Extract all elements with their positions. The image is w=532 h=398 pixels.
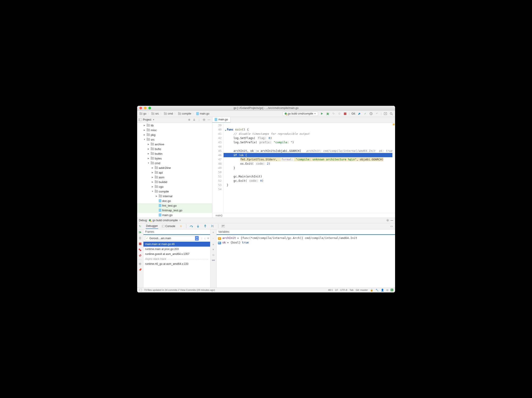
tree-node[interactable]: ▶cgo — [137, 184, 212, 189]
tree-node[interactable]: ▶api — [137, 170, 212, 175]
mute-breakpoints-button[interactable] — [138, 254, 142, 257]
linenum[interactable]: 48 — [212, 161, 222, 166]
tree-expand-icon[interactable]: ▼ — [143, 138, 146, 141]
code-line[interactable]: os.Exit( code: 2) — [227, 161, 392, 166]
tree-expand-icon[interactable]: ▶ — [143, 124, 146, 127]
gear-icon[interactable] — [386, 219, 389, 222]
code-line[interactable]: func main() { — [227, 127, 392, 132]
linenum[interactable]: 49 — [212, 166, 222, 170]
move-down-icon[interactable]: ▼ — [212, 248, 215, 251]
expand-all-icon[interactable]: ⇊ — [192, 118, 196, 122]
breadcrumb-item[interactable]: src — [151, 112, 159, 116]
titlebar[interactable]: go [~/GolandProjects/go] - .../src/cmd/c… — [137, 106, 395, 111]
run-button[interactable] — [320, 112, 324, 116]
evaluate-expression-button[interactable] — [222, 225, 226, 228]
linenum[interactable]: 40 — [212, 127, 222, 132]
editor-gutter[interactable]: 39404142434445464748495051525354▶ — [212, 123, 224, 213]
git-revert-button[interactable]: ↶ — [375, 112, 379, 116]
lock-icon[interactable]: 🔒 — [370, 289, 373, 292]
stop-debug-button[interactable] — [138, 242, 142, 246]
step-into-button[interactable] — [197, 225, 201, 228]
linenum[interactable]: 53 — [212, 183, 222, 187]
code-line[interactable]: if !ok { — [224, 153, 392, 157]
linenum[interactable]: 42 — [212, 136, 222, 140]
stack-frame[interactable]: runtime.goexit at asm_amd64.s:1357 — [143, 251, 210, 257]
copy-icon[interactable]: ⧉ — [212, 253, 214, 257]
move-up-icon[interactable]: ▲ — [212, 243, 215, 246]
code-line[interactable]: log.SetPrefix( prefix: "compile: ") — [227, 140, 392, 144]
tree-node[interactable]: ▶doc.go — [137, 199, 212, 203]
git-update-button[interactable] — [357, 112, 361, 116]
collapse-all-icon[interactable]: | — [197, 118, 201, 122]
stack-frame[interactable]: main.main at main.go:46 — [143, 242, 210, 247]
tree-expand-icon[interactable]: ▶ — [147, 157, 150, 160]
tree-expand-icon[interactable]: ▶ — [147, 143, 150, 145]
code-line[interactable] — [227, 187, 392, 191]
resume-button[interactable] — [138, 231, 142, 234]
code-line[interactable]: gc.Exit( code: 0) — [227, 179, 392, 183]
indent-info[interactable]: Tab — [349, 289, 354, 291]
run-to-cursor-button[interactable] — [211, 225, 215, 228]
linenum[interactable]: 43 — [212, 140, 222, 144]
tree-node[interactable]: ▶fmt_test.go — [137, 203, 212, 208]
tree-node[interactable]: ▶bytes — [137, 156, 212, 161]
linenum[interactable]: 52 — [212, 179, 222, 183]
file-encoding[interactable]: UTF-8 — [340, 289, 347, 291]
code-line[interactable]: } — [227, 183, 392, 187]
rerun-button[interactable]: ↻ — [139, 225, 141, 228]
code-editor[interactable]: 39404142434445464748495051525354▶ func m… — [212, 123, 395, 213]
tree-node[interactable]: ▶archive — [137, 142, 212, 147]
linenum[interactable]: 45 — [212, 149, 222, 153]
tree-node[interactable]: ▶builtin — [137, 151, 212, 156]
stop-button[interactable] — [343, 112, 347, 116]
variables-list[interactable]: ≡archInit = {func(*cmd/compile/internal/… — [217, 235, 395, 246]
debug-settings-icon[interactable] — [138, 262, 142, 266]
line-ending[interactable]: LF — [335, 289, 338, 291]
tree-expand-icon[interactable]: ▼ — [152, 190, 154, 193]
editor-tab-main-go[interactable]: main.go — [212, 117, 231, 123]
code-line[interactable]: log.SetFlags( flag: 0) — [227, 136, 392, 140]
tree-node[interactable]: ▼src — [137, 137, 212, 142]
tab-console[interactable]: Console — [161, 224, 176, 229]
code-line[interactable]: // disable timestamps for reproducible o… — [227, 132, 392, 136]
hide-debug-panel-icon[interactable]: — — [391, 219, 393, 222]
wrench-icon[interactable]: 🔧 — [375, 289, 379, 292]
debug-config-name[interactable]: go build cmd/compile — [152, 219, 178, 222]
project-tree[interactable]: ▶lib▶misc▶pkg▼src▶archive▶bufio▶builtin▶… — [137, 123, 212, 218]
tree-expand-icon[interactable]: ▶ — [147, 153, 150, 155]
run-coverage-button[interactable]: ↻ — [332, 112, 336, 116]
warning-indicator-icon[interactable] — [393, 123, 395, 125]
tree-expand-icon[interactable]: ▶ — [152, 176, 154, 178]
tree-node[interactable]: ▶addr2line — [137, 166, 212, 170]
tree-node[interactable]: ▼compile — [137, 189, 212, 194]
maximize-window-icon[interactable] — [148, 107, 151, 109]
view-breakpoints-button[interactable] — [138, 248, 142, 251]
variable-row[interactable]: 01ok = {bool} true — [218, 240, 394, 245]
pause-button[interactable] — [138, 236, 142, 240]
code-line[interactable] — [227, 170, 392, 174]
caret-position[interactable]: 46:1 — [328, 289, 333, 291]
tree-node[interactable]: ▶internal — [137, 194, 212, 199]
status-message[interactable]: 73 files updated in 24 commits // View C… — [144, 289, 215, 291]
linenum[interactable]: 47 — [212, 157, 222, 161]
linenum[interactable]: 41 — [212, 132, 222, 136]
profile-button[interactable]: ⊙ — [337, 112, 342, 116]
frames-list[interactable]: main.main at main.go:46runtime.main at p… — [143, 242, 210, 288]
linenum[interactable]: 44 — [212, 144, 222, 149]
linenum[interactable]: 54 — [212, 187, 222, 191]
variable-row[interactable]: ≡archInit = {func(*cmd/compile/internal/… — [218, 236, 394, 240]
tree-node[interactable]: ▶main.go — [137, 213, 212, 218]
frames-filter-icon[interactable]: ≡ — [207, 237, 209, 240]
git-commit-button[interactable]: ✓ — [363, 112, 367, 116]
tree-expand-icon[interactable]: ▼ — [147, 162, 150, 164]
locate-icon[interactable]: ⊕ — [187, 118, 191, 122]
tree-node[interactable]: ▼cmd — [137, 161, 212, 166]
error-stripe[interactable] — [392, 123, 395, 213]
tree-node[interactable]: ▶misc — [137, 128, 212, 133]
breadcrumb-item[interactable]: cmd — [163, 112, 173, 116]
frame-next-icon[interactable]: ↓ — [203, 237, 206, 240]
git-history-button[interactable] — [369, 112, 373, 116]
code-line[interactable] — [227, 123, 392, 127]
remove-watch-icon[interactable]: － — [212, 237, 215, 240]
layout-settings-icon[interactable]: ▭ — [390, 225, 394, 228]
